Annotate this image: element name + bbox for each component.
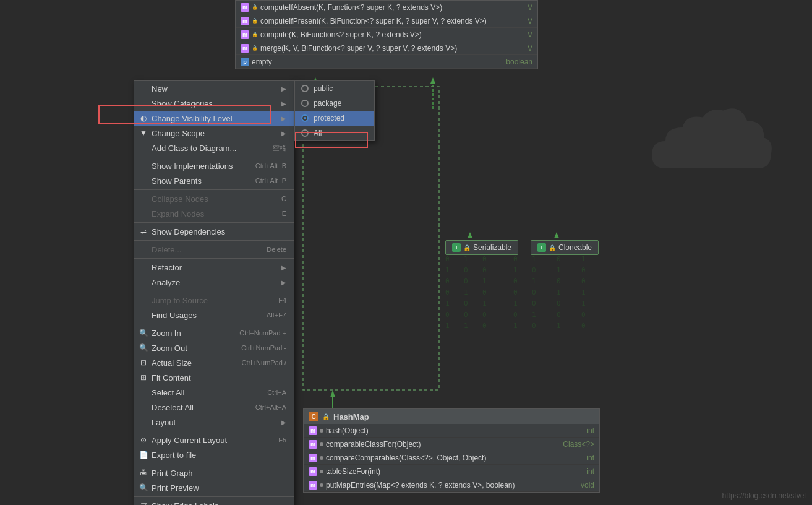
menu-shortcut: Ctrl+Alt+B — [255, 162, 286, 170]
menu-label: Expand Nodes — [152, 209, 277, 218]
fit-content-icon: ⊞ — [138, 373, 149, 382]
menu-item-add-class[interactable]: Add Class to Diagram... 空格 — [134, 140, 294, 155]
menu-item-zoom-out[interactable]: 🔍 Zoom Out Ctrl+NumPad - — [134, 340, 294, 355]
menu-item-show-dep[interactable]: ⇌ Show Dependencies — [134, 224, 294, 239]
menu-label: Show Dependencies — [152, 227, 286, 236]
method-icon: m — [309, 467, 317, 476]
method-text: comparableClassFor(Object) — [326, 440, 563, 449]
item-text: merge(K, V, BiFunction<? super V, ? supe… — [260, 44, 523, 53]
submenu-label: package — [314, 99, 341, 108]
menu-item-zoom-in[interactable]: 🔍 Zoom In Ctrl+NumPad + — [134, 326, 294, 340]
lock-icon: 🔒 — [252, 18, 258, 24]
menu-separator — [134, 431, 294, 431]
submenu-arrow-icon: ▶ — [281, 419, 286, 426]
menu-item-export[interactable]: 📄 Export to file — [134, 447, 294, 462]
menu-separator — [134, 496, 294, 497]
node-cloneable[interactable]: I 🔒 Cloneable — [531, 240, 599, 255]
interface-icon: I — [452, 243, 461, 252]
menu-item-deselect-all[interactable]: Deselect All Ctrl+Alt+A — [134, 400, 294, 415]
menu-item-change-scope[interactable]: ▼ Change Scope ▶ — [134, 126, 294, 140]
submenu-arrow-icon: ▶ — [281, 100, 286, 107]
submenu-label: All — [314, 129, 322, 137]
menu-shortcut: Ctrl+NumPad - — [241, 344, 286, 352]
list-item: m 🔒 computeIfAbsent(K, Function<? super … — [236, 1, 537, 14]
menu-item-show-impl[interactable]: Show Implementations Ctrl+Alt+B — [134, 158, 294, 173]
method-icon: m — [309, 454, 317, 462]
method-icon: m — [241, 3, 249, 12]
matrix-col-3: 0010100 — [482, 254, 487, 332]
menu-item-print-graph[interactable]: 🖶 Print Graph — [134, 465, 294, 480]
node-label: Cloneable — [558, 243, 592, 252]
submenu-arrow-icon: ▶ — [281, 85, 286, 92]
menu-item-fit-content[interactable]: ⊞ Fit Content — [134, 370, 294, 385]
lock-icon: 🔒 — [463, 244, 471, 251]
menu-item-collapse[interactable]: Collapse Nodes C — [134, 191, 294, 206]
method-text: tableSizeFor(int) — [326, 467, 586, 476]
apply-layout-icon: ⊙ — [138, 436, 149, 444]
hashmap-row: m hash(Object) int — [304, 424, 599, 438]
svg-marker-3 — [430, 77, 435, 84]
submenu-item-package[interactable]: package — [295, 96, 374, 111]
menu-item-delete[interactable]: Delete... Delete — [134, 242, 294, 257]
menu-label: Show Edge Labels — [152, 501, 286, 506]
method-type: int — [586, 426, 594, 435]
menu-item-show-categories[interactable]: Show Categories ▶ — [134, 96, 294, 111]
method-text: hash(Object) — [326, 426, 586, 435]
list-item: m 🔒 computeIfPresent(K, BiFunction<? sup… — [236, 14, 537, 28]
menu-label: Print Graph — [152, 468, 286, 478]
menu-item-find-usages[interactable]: Find Usages Alt+F7 — [134, 308, 294, 322]
menu-separator — [134, 324, 294, 324]
menu-separator — [134, 240, 294, 241]
item-text: empty — [252, 58, 501, 66]
menu-item-layout[interactable]: Layout ▶ — [134, 415, 294, 429]
menu-item-expand[interactable]: Expand Nodes E — [134, 206, 294, 221]
submenu-item-all[interactable]: All — [295, 126, 374, 140]
hashmap-row: m compareComparables(Class<?>, Object, O… — [304, 451, 599, 465]
menu-shortcut: Ctrl+NumPad / — [242, 359, 286, 366]
menu-label: Jump to Source — [152, 296, 273, 305]
scope-icon: ▼ — [138, 129, 149, 137]
menu-item-jump-source[interactable]: Jump to Source F4 — [134, 293, 294, 308]
menu-label: New — [152, 84, 279, 93]
method-type: int — [586, 467, 594, 476]
menu-shortcut: Ctrl+Alt+A — [255, 404, 286, 411]
menu-label: Show Implementations — [152, 162, 250, 171]
menu-item-apply-layout[interactable]: ⊙ Apply Current Layout F5 — [134, 433, 294, 447]
menu-separator — [134, 291, 294, 291]
menu-item-show-edge-labels[interactable]: ▽ Show Edge Labels — [134, 498, 294, 505]
menu-item-new[interactable]: New ▶ — [134, 81, 294, 96]
dot-icon — [320, 429, 323, 433]
submenu-item-public[interactable]: public — [295, 81, 374, 96]
menu-label: Analyze — [152, 278, 279, 287]
hashmap-panel: C 🔒 HashMap m hash(Object) int m compara… — [303, 408, 600, 493]
submenu-visibility: public package protected All — [294, 80, 375, 141]
list-item: p empty boolean — [236, 55, 537, 69]
dot-icon — [320, 442, 323, 446]
submenu-label: protected — [314, 114, 344, 123]
matrix-col-5: 1010010 — [532, 254, 536, 332]
method-icon: m — [309, 481, 317, 490]
menu-separator — [134, 157, 294, 157]
method-type: int — [586, 454, 594, 462]
menu-item-analyze[interactable]: Analyze ▶ — [134, 275, 294, 290]
menu-label: Apply Current Layout — [152, 436, 273, 445]
menu-item-refactor[interactable]: Refactor ▶ — [134, 260, 294, 275]
matrix-col-6: 0101001 — [557, 254, 561, 332]
menu-shortcut: C — [281, 195, 286, 202]
submenu-item-protected[interactable]: protected — [295, 111, 374, 126]
menu-item-show-parents[interactable]: Show Parents Ctrl+Alt+P — [134, 173, 294, 188]
item-type: V — [528, 44, 532, 53]
node-serializable[interactable]: I 🔒 Serializable — [445, 240, 518, 255]
svg-marker-10 — [330, 390, 335, 397]
matrix-col-4: 0100101 — [513, 254, 518, 332]
menu-item-actual-size[interactable]: ⊡ Actual Size Ctrl+NumPad / — [134, 355, 294, 370]
item-type: boolean — [506, 58, 532, 66]
menu-item-select-all[interactable]: Select All Ctrl+A — [134, 385, 294, 400]
top-list-panel: m 🔒 computeIfAbsent(K, Function<? super … — [235, 0, 538, 69]
menu-item-print-preview[interactable]: 🔍 Print Preview — [134, 480, 294, 495]
lock-icon: 🔒 — [252, 32, 258, 38]
menu-item-change-visibility[interactable]: ◐ Change Visibility Level ▶ — [134, 111, 294, 126]
method-text: compareComparables(Class<?>, Object, Obj… — [326, 454, 586, 462]
method-text: putMapEntries(Map<? extends K, ? extends… — [326, 481, 581, 490]
node-label: Serializable — [473, 243, 511, 252]
